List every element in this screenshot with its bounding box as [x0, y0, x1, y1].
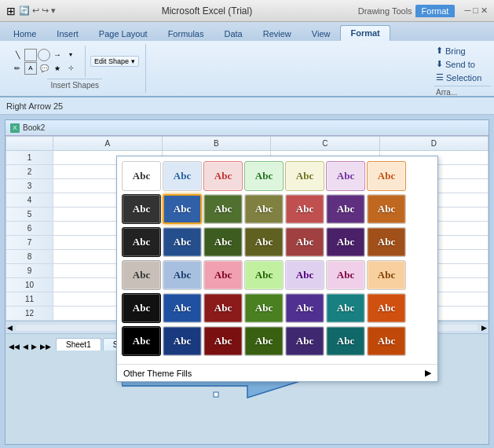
tab-page-layout[interactable]: Page Layout — [89, 26, 158, 41]
tab-home[interactable]: Home — [3, 26, 46, 41]
more-shapes[interactable]: ▾ — [64, 49, 77, 61]
style-btn-label-3-6: Abc — [378, 269, 395, 281]
tab-data[interactable]: Data — [214, 26, 252, 41]
sheet-tab-1[interactable]: Sheet1 — [56, 338, 101, 351]
style-btn-2-5[interactable]: Abc — [326, 227, 365, 257]
style-btn-2-1[interactable]: Abc — [163, 227, 202, 257]
tab-review[interactable]: Review — [253, 26, 302, 41]
sheet-nav-next[interactable]: ▶ — [31, 343, 37, 351]
style-btn-label-5-6: Abc — [378, 335, 395, 347]
edit-shape-btn[interactable]: Edit Shape ▾ — [90, 56, 139, 67]
main-area: X Book2 A B C D 1 2 3 4 5 6 7 — [0, 115, 494, 448]
style-btn-1-4[interactable]: Abc — [285, 194, 324, 224]
arrange-panel: ⬆ Bring ⬇ Send to ☰ Selection Arra... — [431, 41, 494, 101]
col-header-b[interactable]: B — [162, 137, 271, 151]
style-btn-2-0[interactable]: Abc — [122, 227, 161, 257]
style-btn-3-3[interactable]: Abc — [244, 260, 284, 290]
style-btn-3-6[interactable]: Abc — [367, 260, 406, 290]
scroll-left-btn[interactable]: ◀ — [7, 324, 13, 332]
arrange-label: Arra... — [434, 86, 491, 98]
style-btn-2-3[interactable]: Abc — [244, 227, 284, 257]
title-bar: ⊞ 🔄 ↩ ↪ ▾ Microsoft Excel (Trial) Drawin… — [0, 0, 494, 22]
style-btn-4-6[interactable]: Abc — [367, 293, 406, 323]
style-btn-0-1[interactable]: Abc — [163, 161, 202, 191]
style-btn-label-3-4: Abc — [296, 269, 313, 281]
col-header-c[interactable]: C — [271, 137, 380, 151]
style-btn-0-2[interactable]: Abc — [203, 161, 243, 191]
row-5: 5 — [6, 207, 53, 222]
style-btn-4-5[interactable]: Abc — [326, 293, 365, 323]
shape-select[interactable]: ⊹ — [64, 62, 77, 75]
style-btn-0-0[interactable]: Abc — [122, 161, 161, 191]
freeform-tool[interactable]: ✏ — [11, 62, 24, 75]
row-2: 2 — [6, 165, 53, 179]
style-btn-1-3[interactable]: Abc — [244, 194, 284, 224]
style-btn-1-0[interactable]: Abc — [122, 194, 161, 224]
rect-tool[interactable] — [24, 49, 37, 61]
line-tool[interactable]: ╲ — [11, 49, 24, 61]
star-tool[interactable]: ★ — [51, 62, 64, 75]
quick-access-toolbar[interactable]: 🔄 ↩ ↪ ▾ — [19, 6, 56, 16]
drawing-tools-label: Drawing Tools — [358, 6, 412, 16]
style-btn-2-6[interactable]: Abc — [367, 227, 406, 257]
row-3: 3 — [6, 179, 53, 193]
style-btn-1-5[interactable]: Abc — [326, 194, 365, 224]
style-btn-3-4[interactable]: Abc — [285, 260, 324, 290]
callout-tool[interactable]: 💬 — [38, 62, 50, 75]
style-btn-4-0[interactable]: Abc — [122, 293, 161, 323]
other-theme-fills-btn[interactable]: Other Theme Fills ▶ — [117, 364, 437, 381]
tab-insert[interactable]: Insert — [46, 26, 89, 41]
col-header-a[interactable]: A — [53, 137, 163, 151]
style-btn-4-3[interactable]: Abc — [244, 293, 284, 323]
style-btn-0-6[interactable]: Abc — [367, 161, 406, 191]
ribbon-content: ╲ → ▾ ✏ A 💬 ★ ⊹ Edit Shape ▾ Insert Shap… — [0, 41, 494, 96]
sheet-nav-prev[interactable]: ◀ — [23, 343, 28, 351]
style-btn-5-6[interactable]: Abc — [367, 326, 406, 356]
style-btn-4-2[interactable]: Abc — [203, 293, 243, 323]
window-controls[interactable]: ─ □ ✕ — [464, 6, 488, 16]
tab-formulas[interactable]: Formulas — [158, 26, 214, 41]
style-btn-label-4-1: Abc — [174, 302, 191, 314]
style-btn-5-1[interactable]: Abc — [163, 326, 202, 356]
style-btn-label-4-2: Abc — [214, 302, 232, 314]
sheet-nav-left[interactable]: ◀◀ — [9, 343, 20, 351]
format-tab-header[interactable]: Format — [415, 5, 456, 17]
style-btn-5-3[interactable]: Abc — [244, 326, 284, 356]
style-btn-0-4[interactable]: Abc — [285, 161, 324, 191]
style-btn-label-1-2: Abc — [214, 203, 232, 215]
style-scroll-area[interactable]: AbcAbcAbcAbcAbcAbcAbcAbcAbcAbcAbcAbcAbcA… — [117, 156, 437, 364]
style-btn-3-1[interactable]: Abc — [163, 260, 202, 290]
ribbon-group-shapes: ╲ → ▾ ✏ A 💬 ★ ⊹ Edit Shape ▾ Insert Shap… — [5, 44, 146, 93]
style-btn-5-5[interactable]: Abc — [326, 326, 365, 356]
circle-tool[interactable] — [38, 49, 50, 61]
selection-pane-btn[interactable]: ☰ Selection — [434, 71, 491, 84]
scroll-right-btn[interactable]: ▶ — [481, 324, 487, 332]
shapes-tools: ╲ → ▾ ✏ A 💬 ★ ⊹ Edit Shape ▾ — [11, 46, 139, 77]
col-header-d[interactable]: D — [379, 137, 489, 151]
style-btn-3-2[interactable]: Abc — [203, 260, 243, 290]
style-btn-5-4[interactable]: Abc — [285, 326, 324, 356]
style-btn-3-0[interactable]: Abc — [122, 260, 161, 290]
style-btn-4-4[interactable]: Abc — [285, 293, 324, 323]
style-btn-2-2[interactable]: Abc — [203, 227, 243, 257]
style-btn-1-1[interactable]: Abc — [163, 194, 202, 224]
row-11: 11 — [6, 292, 53, 307]
sheet-nav-right[interactable]: ▶▶ — [40, 343, 51, 351]
row-7: 7 — [6, 236, 53, 250]
style-btn-4-1[interactable]: Abc — [163, 293, 202, 323]
style-btn-0-3[interactable]: Abc — [244, 161, 284, 191]
style-btn-1-6[interactable]: Abc — [367, 194, 406, 224]
text-box-tool[interactable]: A — [24, 62, 37, 75]
style-btn-1-2[interactable]: Abc — [203, 194, 243, 224]
style-btn-2-4[interactable]: Abc — [285, 227, 324, 257]
style-btn-0-5[interactable]: Abc — [326, 161, 365, 191]
tab-view[interactable]: View — [302, 26, 341, 41]
style-btn-label-4-4: Abc — [296, 302, 313, 314]
arrow-tool[interactable]: → — [51, 49, 64, 61]
style-btn-3-5[interactable]: Abc — [326, 260, 365, 290]
style-btn-5-0[interactable]: Abc — [122, 326, 161, 356]
style-btn-5-2[interactable]: Abc — [203, 326, 243, 356]
tab-format[interactable]: Format — [340, 25, 390, 41]
bring-to-front-btn[interactable]: ⬆ Bring — [434, 44, 491, 57]
send-to-back-btn[interactable]: ⬇ Send to — [434, 57, 491, 71]
